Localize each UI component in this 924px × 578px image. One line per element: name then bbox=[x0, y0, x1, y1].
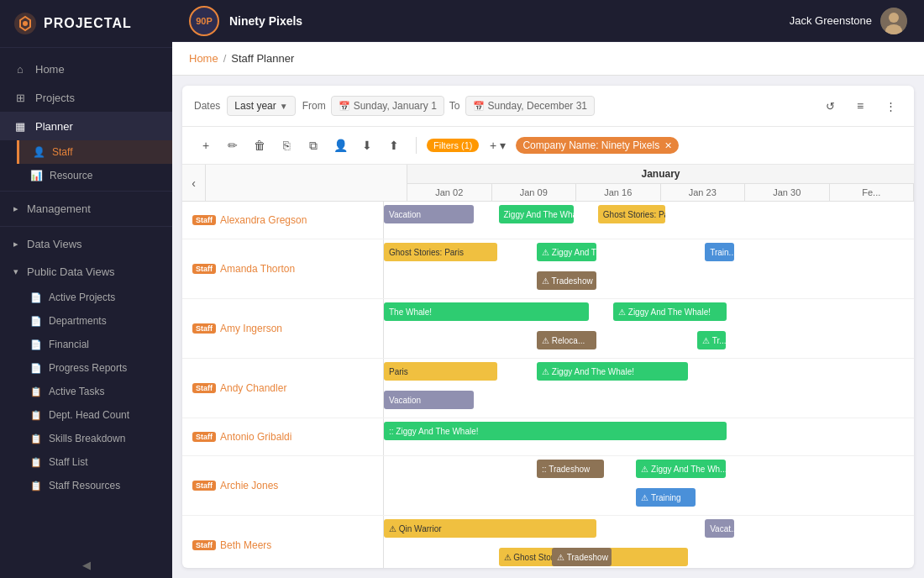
copy-button[interactable]: ⎘ bbox=[275, 134, 298, 157]
week-jan30: Jan 30 bbox=[745, 184, 830, 201]
staff-name[interactable]: Beth Meers bbox=[220, 539, 271, 551]
list-settings-button[interactable]: ≡ bbox=[848, 94, 872, 118]
list-item[interactable]: Ziggy And The Whale! bbox=[499, 205, 574, 223]
from-to-section: From 📅 Sunday, January 1 To 📅 Sunday, De… bbox=[302, 96, 595, 116]
calendar-header: ‹ January Jan 02 Jan 09 Jan 16 Jan 23 Ja… bbox=[182, 165, 914, 202]
breadcrumb-current: Staff Planner bbox=[231, 52, 294, 65]
public-views-list: 📄 Active Projects 📄 Departments 📄 Financ… bbox=[0, 286, 172, 497]
list-item[interactable]: :: Ziggy And The Whale! bbox=[384, 422, 727, 440]
avatar-image bbox=[880, 8, 907, 34]
sidebar-item-staff-resources[interactable]: 📋 Staff Resources bbox=[30, 474, 172, 497]
header-left: 90P Ninety Pixels bbox=[189, 6, 302, 36]
list-item[interactable]: Vacat... bbox=[705, 519, 733, 538]
upload-button[interactable]: ⬆ bbox=[382, 134, 406, 157]
logo-icon bbox=[13, 12, 37, 35]
list-item[interactable]: ⚠ Training bbox=[636, 488, 696, 507]
filter-remove-button[interactable]: ✕ bbox=[664, 140, 672, 151]
list-item[interactable]: Ghost Stories: Paris bbox=[384, 243, 497, 261]
sidebar-item-staff[interactable]: 👤 Staff bbox=[17, 140, 172, 164]
to-date-field[interactable]: 📅 Sunday, December 31 bbox=[465, 96, 596, 116]
list-item[interactable]: ⚠ Qin Warrior bbox=[384, 519, 596, 538]
active-projects-icon: 📄 bbox=[30, 292, 42, 303]
staff-name[interactable]: Amy Ingerson bbox=[220, 323, 282, 334]
edit-button[interactable]: ✏ bbox=[221, 134, 244, 157]
list-item[interactable]: Vacation bbox=[384, 391, 474, 409]
list-item[interactable]: ⚠ Ziggy And The Whale! bbox=[537, 362, 688, 381]
table-row: StaffAndy ChandlerParis⚠ Ziggy And The W… bbox=[182, 359, 914, 418]
staff-name[interactable]: Andy Chandler bbox=[220, 382, 286, 394]
staff-cell: StaffAntonio Gribaldi bbox=[182, 418, 384, 455]
sidebar-public-data-views-header[interactable]: ▾ Public Data Views bbox=[0, 258, 172, 286]
toolbar-actions: + ✏ 🗑 ⎘ ⧉ 👤 ⬇ ⬆ Filters (1) + ▾ Company … bbox=[182, 127, 914, 165]
action-icons: + ✏ 🗑 ⎘ ⧉ 👤 ⬇ ⬆ bbox=[194, 134, 406, 157]
date-range-arrow: ▼ bbox=[280, 102, 288, 111]
financial-icon: 📄 bbox=[30, 339, 42, 350]
events-area: :: Tradeshow⚠ Ziggy And The Wh...⚠ Train… bbox=[384, 456, 914, 515]
sidebar-item-active-tasks[interactable]: 📋 Active Tasks bbox=[30, 380, 172, 403]
list-item[interactable]: ⚠ Reloca... bbox=[537, 331, 596, 349]
sidebar-item-active-projects[interactable]: 📄 Active Projects bbox=[30, 286, 172, 309]
sidebar-collapse-button[interactable]: ◀ bbox=[0, 552, 172, 578]
data-views-label: Data Views bbox=[27, 238, 82, 250]
skills-breakdown-icon: 📋 bbox=[30, 434, 42, 444]
sidebar-item-dept-head-count[interactable]: 📋 Dept. Head Count bbox=[30, 403, 172, 427]
departments-icon: 📄 bbox=[30, 316, 42, 327]
list-item[interactable]: ⚠ Ziggy And The Wh... bbox=[636, 460, 726, 478]
add-filter-button[interactable]: + ▾ bbox=[486, 134, 509, 157]
download-button[interactable]: ⬇ bbox=[355, 134, 379, 157]
staff-list-label: Staff List bbox=[49, 456, 87, 468]
staff-name[interactable]: Alexandra Gregson bbox=[220, 214, 307, 226]
to-date-value: Sunday, December 31 bbox=[488, 100, 588, 112]
resource-label: Resource bbox=[50, 170, 92, 181]
list-item[interactable]: Paris bbox=[384, 362, 497, 381]
table-row: StaffAmanda ThortonGhost Stories: Paris⚠… bbox=[182, 239, 914, 299]
sidebar-item-progress-reports[interactable]: 📄 Progress Reports bbox=[30, 356, 172, 380]
list-item[interactable]: ⚠ Tradeshow bbox=[537, 271, 596, 290]
list-item[interactable]: ⚠ Ziggy And The Wh... bbox=[537, 243, 596, 261]
from-cal-icon: 📅 bbox=[339, 101, 350, 112]
user-name: Jack Greenstone bbox=[790, 14, 872, 27]
events-row: :: Tradeshow⚠ Ziggy And The Wh... bbox=[384, 460, 914, 486]
list-item[interactable]: Vacation bbox=[384, 205, 474, 223]
events-row: Paris⚠ Ziggy And The Whale! bbox=[384, 362, 914, 389]
refresh-button[interactable]: ↺ bbox=[818, 94, 842, 118]
active-tasks-icon: 📋 bbox=[30, 386, 42, 397]
from-date-field[interactable]: 📅 Sunday, January 1 bbox=[331, 96, 444, 116]
assign-button[interactable]: 👤 bbox=[328, 134, 352, 157]
staff-name[interactable]: Archie Jones bbox=[220, 480, 278, 491]
sidebar-item-financial[interactable]: 📄 Financial bbox=[30, 333, 172, 356]
list-item[interactable]: The Whale! bbox=[384, 302, 589, 321]
calendar-prev-button[interactable]: ‹ bbox=[182, 165, 206, 201]
staff-name[interactable]: Antonio Gribaldi bbox=[220, 431, 291, 443]
breadcrumb-home[interactable]: Home bbox=[189, 52, 218, 65]
list-item[interactable]: ⚠ Ziggy And The Whale! bbox=[613, 302, 727, 321]
duplicate-button[interactable]: ⧉ bbox=[302, 134, 325, 157]
delete-button[interactable]: 🗑 bbox=[248, 134, 271, 157]
date-range-select[interactable]: Last year ▼ bbox=[227, 96, 295, 116]
staff-list-icon: 📋 bbox=[30, 457, 42, 468]
from-label: From bbox=[302, 100, 326, 112]
sidebar-item-departments[interactable]: 📄 Departments bbox=[30, 309, 172, 333]
staff-cell: StaffAmanda Thorton bbox=[182, 239, 384, 298]
staff-badge: Staff bbox=[192, 540, 216, 550]
list-item[interactable]: :: Tradeshow bbox=[537, 460, 604, 478]
progress-reports-label: Progress Reports bbox=[49, 362, 127, 374]
sidebar-item-data-views[interactable]: ▸ Data Views bbox=[0, 230, 172, 258]
sidebar-item-home[interactable]: ⌂ Home bbox=[0, 55, 172, 83]
staff-badge: Staff bbox=[192, 215, 216, 225]
more-options-button[interactable]: ⋮ bbox=[879, 94, 902, 118]
staff-name[interactable]: Amanda Thorton bbox=[220, 263, 295, 275]
list-item[interactable]: ⚠ Tradeshow bbox=[552, 548, 612, 566]
filters-button[interactable]: Filters (1) bbox=[427, 139, 479, 152]
progress-reports-icon: 📄 bbox=[30, 363, 42, 374]
sidebar-item-staff-list[interactable]: 📋 Staff List bbox=[30, 450, 172, 474]
sidebar-item-planner[interactable]: ▦ Planner bbox=[0, 112, 172, 140]
sidebar-item-projects[interactable]: ⊞ Projects bbox=[0, 83, 172, 112]
add-row-button[interactable]: + bbox=[194, 134, 218, 157]
list-item[interactable]: Train... bbox=[705, 243, 733, 261]
list-item[interactable]: ⚠ Tr... bbox=[697, 331, 726, 349]
list-item[interactable]: Ghost Stories: Paris bbox=[598, 205, 665, 223]
sidebar-item-management[interactable]: ▸ Management bbox=[0, 195, 172, 223]
sidebar-item-resource[interactable]: 📊 Resource bbox=[17, 164, 172, 187]
sidebar-item-skills-breakdown[interactable]: 📋 Skills Breakdown bbox=[30, 427, 172, 450]
